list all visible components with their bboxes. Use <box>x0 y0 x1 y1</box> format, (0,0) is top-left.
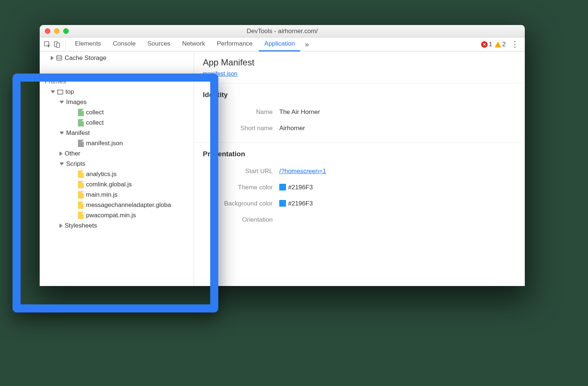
key-value: Airhorner <box>279 125 305 132</box>
tab-network[interactable]: Network <box>177 37 211 51</box>
sidebar-label: Other <box>65 150 80 157</box>
sidebar-item-file[interactable]: manifest.json <box>40 138 194 149</box>
sidebar-item-file[interactable]: collect <box>40 107 194 118</box>
tab-performance[interactable]: Performance <box>211 37 258 51</box>
kv-short-name: Short name Airhorner <box>194 120 525 136</box>
sidebar-item-top[interactable]: top <box>40 87 194 97</box>
collapse-icon <box>60 162 64 165</box>
key-label: Theme color <box>203 184 273 191</box>
window-minimize-button[interactable] <box>54 28 60 34</box>
error-icon: × <box>481 41 488 48</box>
devtools-window: DevTools - airhorner.com/ Elements Conso… <box>40 25 525 286</box>
key-label: Name <box>203 108 273 116</box>
key-value: #2196F3 <box>279 184 313 191</box>
collapse-icon <box>51 90 55 93</box>
script-file-icon <box>78 181 84 188</box>
sidebar-section-frames: Frames <box>40 73 194 87</box>
inspect-icon[interactable] <box>43 40 52 49</box>
expand-icon <box>60 151 62 156</box>
collapse-icon <box>60 132 64 135</box>
database-icon <box>56 55 62 61</box>
warning-icon <box>495 42 501 47</box>
sidebar-label: main.min.js <box>86 191 118 199</box>
tab-sources[interactable]: Sources <box>142 37 176 51</box>
sidebar-label: Scripts <box>66 160 85 168</box>
device-icon[interactable] <box>52 40 62 49</box>
sidebar-label: comlink.global.js <box>86 181 132 188</box>
collapse-icon <box>60 101 64 104</box>
key-value: #2196F3 <box>279 200 313 207</box>
color-hex: #2196F3 <box>288 184 313 191</box>
sidebar-label: Stylesheets <box>65 222 97 229</box>
kv-start-url: Start URL /?homescreen=1 <box>194 163 525 179</box>
key-label: Start URL <box>203 168 273 175</box>
tab-elements[interactable]: Elements <box>69 37 107 51</box>
warning-count: 2 <box>502 41 506 48</box>
window-title: DevTools - airhorner.com/ <box>247 28 318 35</box>
kv-theme-color: Theme color #2196F3 <box>194 179 525 196</box>
toolbar: Elements Console Sources Network Perform… <box>40 37 525 51</box>
sidebar-label: collect <box>86 119 104 126</box>
sidebar-label: Manifest <box>66 129 90 137</box>
section-presentation: Presentation <box>194 142 525 163</box>
sidebar-item-file[interactable]: collect <box>40 118 194 128</box>
sidebar-item-file[interactable]: comlink.global.js <box>40 179 194 190</box>
sidebar-item-stylesheets[interactable]: Stylesheets <box>40 221 194 231</box>
sidebar-item-other[interactable]: Other <box>40 149 194 159</box>
more-tabs-button[interactable]: » <box>301 37 312 51</box>
key-value: The Air Horner <box>279 108 320 116</box>
key-label: Orientation <box>203 216 273 224</box>
sidebar-item-images[interactable]: Images <box>40 97 194 107</box>
tab-application[interactable]: Application <box>259 37 300 51</box>
toolbar-right: × 1 2 ⋮ <box>481 40 522 49</box>
start-url-link[interactable]: /?homescreen=1 <box>279 168 326 175</box>
sidebar-item-cache-storage[interactable]: Cache Storage <box>40 53 194 63</box>
script-file-icon <box>78 212 84 219</box>
sidebar-item-file[interactable]: messagechanneladapter.globa <box>40 200 194 210</box>
settings-menu-button[interactable]: ⋮ <box>508 40 522 49</box>
sidebar-item-file[interactable]: main.min.js <box>40 190 194 200</box>
sidebar: Cache Storage Frames top Images collect <box>40 51 194 286</box>
toolbar-separator <box>65 40 66 49</box>
script-file-icon <box>78 201 84 209</box>
window-maximize-button[interactable] <box>63 28 69 34</box>
sidebar-label: Images <box>66 99 87 106</box>
sidebar-label: Cache Storage <box>65 54 106 62</box>
manifest-file-link[interactable]: manifest.json <box>194 71 246 77</box>
sidebar-label: top <box>65 88 74 96</box>
frame-icon <box>57 90 63 94</box>
section-identity: Identity <box>194 83 525 104</box>
pane-title: App Manifest <box>194 57 525 71</box>
window-close-button[interactable] <box>45 28 50 34</box>
kv-orientation: Orientation <box>194 212 525 228</box>
sidebar-label: pwacompat.min.js <box>86 212 136 219</box>
kv-name: Name The Air Horner <box>194 104 525 120</box>
expand-icon <box>51 56 54 60</box>
content: Cache Storage Frames top Images collect <box>40 51 525 286</box>
sidebar-label: messagechanneladapter.globa <box>86 201 171 209</box>
sidebar-label: manifest.json <box>86 140 123 147</box>
sidebar-item-file[interactable]: analytics.js <box>40 169 194 179</box>
svg-rect-2 <box>57 43 60 47</box>
color-swatch <box>279 200 286 207</box>
kv-background-color: Background color #2196F3 <box>194 196 525 212</box>
titlebar: DevTools - airhorner.com/ <box>40 25 525 37</box>
error-badge[interactable]: × 1 <box>481 41 492 48</box>
image-file-icon <box>78 109 84 116</box>
script-file-icon <box>78 191 84 199</box>
tab-console[interactable]: Console <box>107 37 141 51</box>
sidebar-item-manifest[interactable]: Manifest <box>40 128 194 138</box>
color-swatch <box>279 184 286 190</box>
file-icon <box>78 140 84 147</box>
panel-tabs: Elements Console Sources Network Perform… <box>69 37 313 51</box>
sidebar-item-scripts[interactable]: Scripts <box>40 159 194 169</box>
key-label: Background color <box>203 200 273 207</box>
key-label: Short name <box>203 125 273 132</box>
sidebar-item-file[interactable]: pwacompat.min.js <box>40 210 194 221</box>
traffic-lights <box>45 28 69 34</box>
sidse-section-label: Frames <box>45 78 66 85</box>
expand-icon <box>60 224 62 228</box>
script-file-icon <box>78 171 84 178</box>
warning-badge[interactable]: 2 <box>495 41 506 48</box>
sidebar-label: analytics.js <box>86 171 116 178</box>
